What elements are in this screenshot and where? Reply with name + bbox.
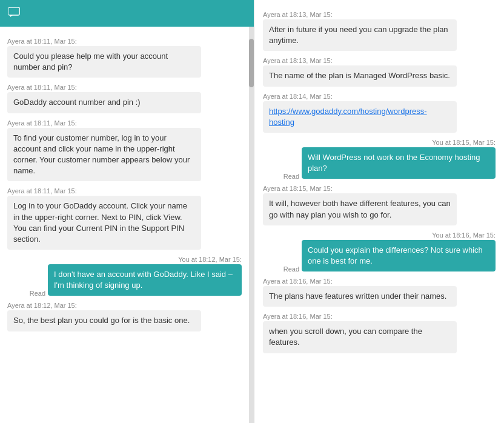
read-label: Read [30, 290, 45, 297]
message-timestamp: You at 18:16, Mar 15: [432, 231, 496, 239]
message-timestamp: Ayera at 18:16, Mar 15: [263, 313, 496, 320]
left-body: Ayera at 18:11, Mar 15:Could you please … [0, 27, 254, 423]
message-bubble: GoDaddy account number and pin :) [7, 92, 201, 113]
message-bubble: The plans have features written under th… [263, 286, 457, 307]
scrollbar-thumb[interactable] [249, 39, 254, 87]
message-group: Ayera at 18:11, Mar 15:Could you please … [7, 33, 242, 79]
message-group: Ayera at 18:13, Mar 15:The name of the p… [263, 52, 496, 87]
message-timestamp: You at 18:15, Mar 15: [432, 139, 496, 146]
message-group: Ayera at 18:13, Mar 15:After in future i… [263, 6, 496, 52]
message-with-read: ReadI don't have an account with GoDaddy… [30, 264, 242, 297]
message-group: Ayera at 18:16, Mar 15:The plans have fe… [263, 273, 496, 308]
svg-rect-0 [8, 7, 19, 15]
message-timestamp: You at 18:12, Mar 15: [178, 256, 242, 263]
message-group: You at 18:15, Mar 15:ReadWill WordPress … [263, 134, 496, 180]
chat-icon [8, 7, 21, 19]
message-bubble: https://www.godaddy.com/hosting/wordpres… [263, 101, 457, 133]
message-bubble: Could you explain the differences? Not s… [302, 240, 496, 271]
message-bubble: So, the best plan you could go for is th… [7, 310, 201, 331]
message-timestamp: Ayera at 18:11, Mar 15: [7, 119, 242, 127]
message-bubble: To find your customer number, log in to … [7, 128, 201, 182]
message-bubble: when you scroll down, you can compare th… [263, 321, 457, 353]
message-timestamp: Ayera at 18:11, Mar 15: [7, 38, 242, 45]
left-chat-panel: Ayera at 18:11, Mar 15:Could you please … [0, 0, 254, 423]
message-timestamp: Ayera at 18:14, Mar 15: [263, 93, 496, 100]
message-group: You at 18:16, Mar 15:ReadCould you expla… [263, 227, 496, 273]
message-group: Ayera at 18:11, Mar 15:To find your cust… [7, 115, 242, 183]
message-link[interactable]: https://www.godaddy.com/hosting/wordpres… [269, 107, 427, 127]
message-bubble: Could you please help me with your accou… [7, 46, 201, 78]
message-with-read: ReadWill WordPress not work on the Econo… [284, 147, 496, 180]
message-timestamp: Ayera at 18:11, Mar 15: [7, 84, 242, 91]
message-group: Ayera at 18:15, Mar 15:It will, however … [263, 180, 496, 226]
message-with-read: ReadCould you explain the differences? N… [284, 240, 496, 273]
message-bubble: Log in to your GoDaddy account. Click yo… [7, 196, 201, 250]
message-bubble: Will WordPress not work on the Economy h… [302, 147, 496, 179]
message-group: Ayera at 18:11, Mar 15:GoDaddy account n… [7, 79, 242, 114]
read-label: Read [284, 173, 299, 180]
scrollbar[interactable] [249, 27, 254, 423]
message-bubble: After in future if you need you can upgr… [263, 19, 457, 51]
read-label: Read [284, 265, 299, 273]
message-timestamp: Ayera at 18:13, Mar 15: [263, 57, 496, 64]
left-messages-area: Ayera at 18:11, Mar 15:Could you please … [0, 27, 249, 423]
right-messages-area: Ayera at 18:13, Mar 15:After in future i… [254, 0, 504, 423]
message-bubble: I don't have an account with GoDaddy. Li… [48, 264, 242, 296]
message-bubble: The name of the plan is Managed WordPres… [263, 65, 457, 86]
header-title-group [8, 7, 25, 19]
message-bubble: It will, however both have different fea… [263, 193, 457, 225]
chat-header [0, 0, 254, 27]
message-timestamp: Ayera at 18:12, Mar 15: [7, 302, 242, 309]
message-timestamp: Ayera at 18:15, Mar 15: [263, 185, 496, 192]
message-timestamp: Ayera at 18:13, Mar 15: [263, 11, 496, 18]
message-group: You at 18:12, Mar 15:ReadI don't have an… [7, 251, 242, 297]
message-timestamp: Ayera at 18:11, Mar 15: [7, 187, 242, 195]
message-group: Ayera at 18:12, Mar 15:So, the best plan… [7, 297, 242, 332]
message-group: Ayera at 18:11, Mar 15:Log in to your Go… [7, 182, 242, 251]
message-timestamp: Ayera at 18:16, Mar 15: [263, 278, 496, 285]
message-group: Ayera at 18:16, Mar 15:when you scroll d… [263, 308, 496, 354]
message-group: Ayera at 18:14, Mar 15:https://www.godad… [263, 88, 496, 134]
